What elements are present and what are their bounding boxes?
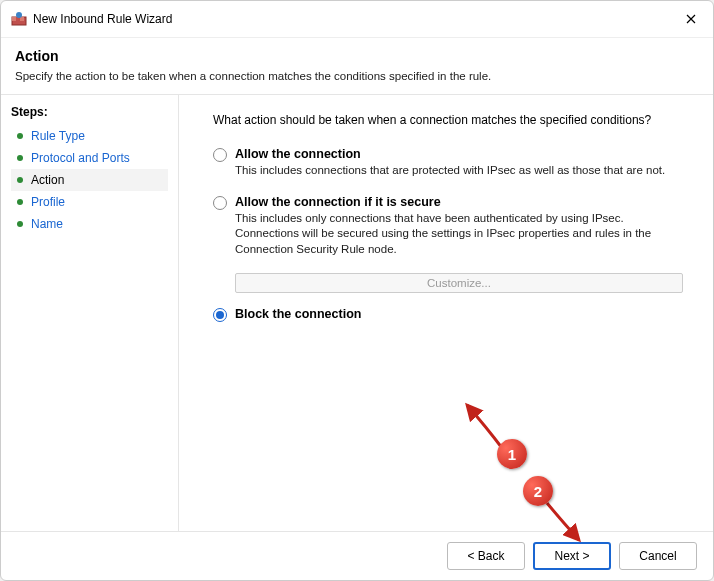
step-label: Profile <box>31 195 65 209</box>
step-name[interactable]: Name <box>11 213 168 235</box>
step-profile[interactable]: Profile <box>11 191 168 213</box>
page-title: Action <box>15 48 699 64</box>
step-protocol-ports[interactable]: Protocol and Ports <box>11 147 168 169</box>
step-label: Action <box>31 173 64 187</box>
window-title: New Inbound Rule Wizard <box>33 12 679 26</box>
radio-block[interactable] <box>213 308 227 322</box>
bullet-icon <box>17 177 23 183</box>
step-label: Protocol and Ports <box>31 151 130 165</box>
annotation-number: 1 <box>508 446 516 463</box>
next-button[interactable]: Next > <box>533 542 611 570</box>
step-label: Name <box>31 217 63 231</box>
close-icon[interactable] <box>679 7 703 31</box>
wizard-header: Action Specify the action to be taken wh… <box>1 38 713 95</box>
footer-buttons: < Back Next > Cancel <box>1 531 713 580</box>
radio-allow-secure[interactable] <box>213 196 227 210</box>
svg-point-4 <box>16 12 22 18</box>
steps-sidebar: Steps: Rule Type Protocol and Ports Acti… <box>1 95 179 531</box>
main-panel: What action should be taken when a conne… <box>179 95 713 531</box>
svg-rect-1 <box>12 17 16 21</box>
radio-allow[interactable] <box>213 148 227 162</box>
titlebar: New Inbound Rule Wizard <box>1 1 713 38</box>
option-title: Allow the connection <box>235 147 683 161</box>
step-action[interactable]: Action <box>11 169 168 191</box>
bullet-icon <box>17 221 23 227</box>
option-body: Allow the connection This includes conne… <box>235 147 683 179</box>
svg-rect-3 <box>20 17 24 21</box>
option-body: Block the connection <box>235 307 683 323</box>
option-block[interactable]: Block the connection <box>203 307 683 323</box>
step-label: Rule Type <box>31 129 85 143</box>
bullet-icon <box>17 133 23 139</box>
option-body: Allow the connection if it is secure Thi… <box>235 195 683 258</box>
option-desc: This includes connections that are prote… <box>235 163 683 179</box>
option-desc: This includes only connections that have… <box>235 211 683 258</box>
steps-label: Steps: <box>11 105 168 119</box>
annotation-arrow-1 <box>457 400 517 456</box>
back-button[interactable]: < Back <box>447 542 525 570</box>
option-allow[interactable]: Allow the connection This includes conne… <box>203 147 683 179</box>
customize-button: Customize... <box>235 273 683 293</box>
firewall-icon <box>11 11 27 27</box>
action-prompt: What action should be taken when a conne… <box>203 113 683 127</box>
option-allow-secure[interactable]: Allow the connection if it is secure Thi… <box>203 195 683 258</box>
bullet-icon <box>17 199 23 205</box>
step-rule-type[interactable]: Rule Type <box>11 125 168 147</box>
option-title: Block the connection <box>235 307 683 321</box>
page-subtitle: Specify the action to be taken when a co… <box>15 70 699 82</box>
option-title: Allow the connection if it is secure <box>235 195 683 209</box>
bullet-icon <box>17 155 23 161</box>
body: Steps: Rule Type Protocol and Ports Acti… <box>1 95 713 531</box>
annotation-callout-1: 1 <box>497 439 527 469</box>
cancel-button[interactable]: Cancel <box>619 542 697 570</box>
wizard-window: New Inbound Rule Wizard Action Specify t… <box>0 0 714 581</box>
